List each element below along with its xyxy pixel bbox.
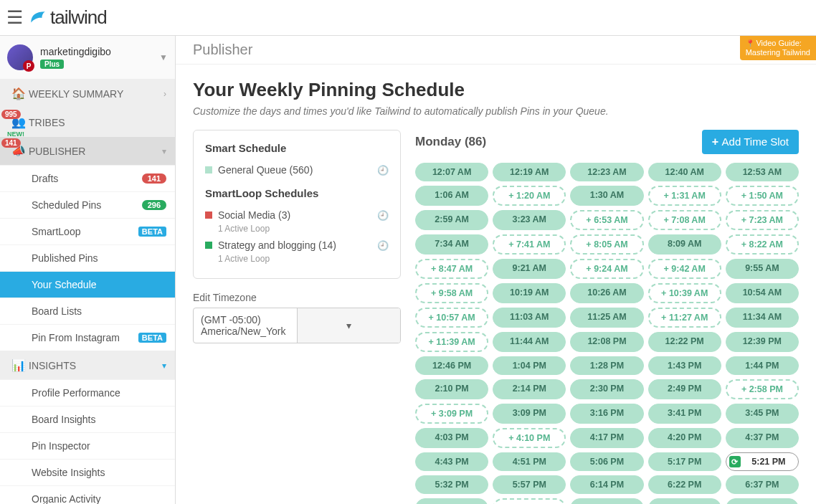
time-slot[interactable]: 7:23 AM [726,210,799,230]
time-slot[interactable]: ⟳5:21 PM [726,452,799,471]
time-slot[interactable]: 11:27 AM [648,308,721,328]
logo[interactable]: tailwind [29,6,107,29]
time-slot[interactable]: 8:09 AM [648,234,721,255]
time-slot[interactable]: 1:31 AM [648,186,721,206]
timezone-select[interactable]: (GMT -05:00) America/New_York▾ [193,308,401,343]
time-slot[interactable]: 2:14 PM [493,379,566,399]
nav-published-pins[interactable]: Published Pins [0,244,175,271]
time-slot[interactable]: 6:53 AM [570,210,643,230]
nav-drafts[interactable]: Drafts141 [0,165,175,191]
time-slot[interactable]: 7:34 PM [726,498,799,504]
time-slot[interactable]: 12:53 AM [726,163,799,181]
time-slot[interactable]: 4:43 PM [415,452,488,471]
time-slot[interactable]: 4:51 PM [493,452,566,471]
time-slot[interactable]: 11:25 AM [570,308,643,328]
add-time-slot-button[interactable]: Add Time Slot [702,130,799,154]
time-slot[interactable]: 2:59 AM [415,210,488,230]
time-slot[interactable]: 10:26 AM [570,283,643,303]
time-slot[interactable]: 7:34 AM [415,234,488,255]
time-slot[interactable]: 3:45 PM [726,404,799,424]
time-slot[interactable]: 12:39 PM [726,332,799,352]
time-slot[interactable]: 1:43 PM [648,356,721,375]
time-slot[interactable]: 5:32 PM [415,475,488,494]
time-slot[interactable]: 12:07 AM [415,163,488,181]
nav-pin-from-instagram[interactable]: Pin From InstagramBETA [0,324,175,351]
queue-item[interactable]: Social Media (3)🕘 [205,206,389,224]
time-slot[interactable]: 12:23 AM [570,163,643,181]
time-slot[interactable]: 7:11 PM [648,498,721,504]
time-slot[interactable]: 4:10 PM [493,428,566,448]
time-slot[interactable]: 1:30 AM [570,186,643,206]
time-slot[interactable]: 10:57 AM [415,308,488,328]
time-slot[interactable]: 7:08 AM [648,210,721,230]
time-slot[interactable]: 7:06 PM [570,498,643,504]
clock-icon[interactable]: 🕘 [377,210,389,221]
time-slot[interactable]: 1:04 PM [493,356,566,375]
time-slot[interactable]: 10:19 AM [493,283,566,303]
nav-scheduled-pins[interactable]: Scheduled Pins296 [0,191,175,218]
nav-insights[interactable]: 📊INSIGHTS▾ [0,351,175,379]
time-slot[interactable]: 1:28 PM [570,356,643,375]
time-slot[interactable]: 5:57 PM [493,475,566,494]
time-slot[interactable]: 1:50 AM [726,186,799,206]
time-slot[interactable]: 12:22 PM [648,332,721,352]
time-slot[interactable]: 6:48 PM [415,498,488,504]
time-slot[interactable]: 4:17 PM [570,428,643,448]
time-slot[interactable]: 1:44 PM [726,356,799,375]
queue-item[interactable]: Strategy and blogging (14)🕘 [205,237,389,254]
nav-your-schedule[interactable]: Your Schedule [0,271,175,298]
time-slot[interactable]: 10:39 AM [648,283,721,303]
time-slot[interactable]: 12:46 PM [415,356,488,375]
queue-general[interactable]: General Queue (560)🕘 [205,161,389,179]
time-slot[interactable]: 5:06 PM [570,452,643,471]
time-slot[interactable]: 9:42 AM [648,259,721,279]
nav-weekly-summary[interactable]: 🏠WEEKLY SUMMARY› [0,79,175,108]
user-menu[interactable]: P marketingdigibo Plus ▼ [0,36,175,79]
time-slot[interactable]: 11:34 AM [726,308,799,328]
nav-board-lists[interactable]: Board Lists [0,298,175,324]
time-slot[interactable]: 1:20 AM [493,186,566,206]
time-slot[interactable]: 8:47 AM [415,259,488,279]
time-slot[interactable]: 3:09 PM [493,404,566,424]
time-slot[interactable]: 5:17 PM [648,452,721,471]
video-guide-button[interactable]: Video Guide:Mastering Tailwind [740,36,816,60]
time-slot[interactable]: 6:14 PM [570,475,643,494]
time-slot[interactable]: 9:24 AM [570,259,643,279]
time-slot[interactable]: 2:10 PM [415,379,488,399]
nav-pin-inspector[interactable]: Pin Inspector [0,432,175,459]
clock-icon[interactable]: 🕘 [377,240,389,251]
time-slot[interactable]: 11:44 AM [493,332,566,352]
time-slot[interactable]: 2:30 PM [570,379,643,399]
time-slot[interactable]: 9:58 AM [415,283,488,303]
nav-board-insights[interactable]: Board Insights [0,406,175,432]
time-slot[interactable]: 7:02 PM [493,498,566,504]
time-slot[interactable]: 4:37 PM [726,428,799,448]
nav-organic-activity[interactable]: Organic Activity [0,485,175,504]
time-slot[interactable]: 12:40 AM [648,163,721,181]
nav-tribes[interactable]: 995 👥TRIBES NEW! [0,108,175,136]
time-slot[interactable]: 1:06 AM [415,186,488,206]
time-slot[interactable]: 2:49 PM [648,379,721,399]
time-slot[interactable]: 4:20 PM [648,428,721,448]
time-slot[interactable]: 8:05 AM [570,234,643,255]
time-slot[interactable]: 9:55 AM [726,259,799,279]
time-slot[interactable]: 10:54 AM [726,283,799,303]
time-slot[interactable]: 8:22 AM [726,234,799,255]
time-slot[interactable]: 9:21 AM [493,259,566,279]
time-slot[interactable]: 7:41 AM [493,234,566,255]
time-slot[interactable]: 11:39 AM [415,332,488,352]
menu-icon[interactable]: ☰ [0,6,29,29]
time-slot[interactable]: 4:03 PM [415,428,488,448]
time-slot[interactable]: 11:03 AM [493,308,566,328]
nav-smartloop[interactable]: SmartLoopBETA [0,218,175,244]
nav-profile-performance[interactable]: Profile Performance [0,379,175,406]
time-slot[interactable]: 2:58 PM [726,379,799,399]
time-slot[interactable]: 6:22 PM [648,475,721,494]
time-slot[interactable]: 3:41 PM [648,404,721,424]
time-slot[interactable]: 3:23 AM [493,210,566,230]
time-slot[interactable]: 3:09 PM [415,404,488,424]
time-slot[interactable]: 12:08 PM [570,332,643,352]
time-slot[interactable]: 3:16 PM [570,404,643,424]
clock-icon[interactable]: 🕘 [377,165,389,176]
nav-publisher[interactable]: 141 📣PUBLISHER▾ [0,136,175,165]
